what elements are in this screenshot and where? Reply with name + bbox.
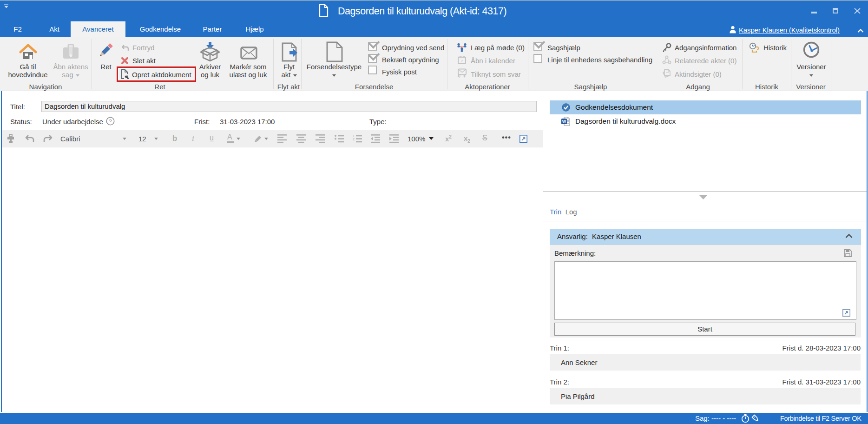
svg-text:7: 7 <box>461 59 463 63</box>
svg-text:1: 1 <box>353 134 355 138</box>
svg-text:W: W <box>562 119 566 124</box>
svg-text:?: ? <box>109 119 112 124</box>
svg-text:2: 2 <box>353 138 355 141</box>
